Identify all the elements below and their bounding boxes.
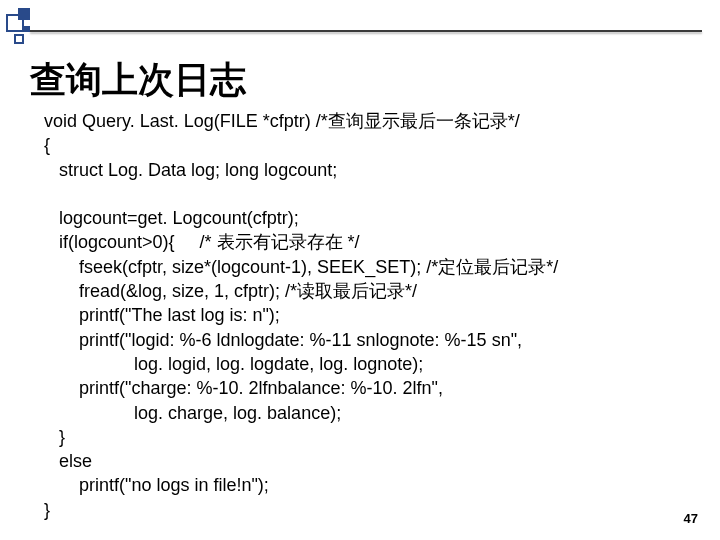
slide-title: 查询上次日志	[30, 56, 696, 105]
code-line: void Query. Last. Log(FILE *cfptr) /*查询显…	[44, 111, 520, 131]
slide-content: 查询上次日志 void Query. Last. Log(FILE *cfptr…	[30, 56, 696, 522]
code-line: fseek(cfptr, size*(logcount-1), SEEK_SET…	[44, 257, 558, 277]
code-line: else	[44, 451, 92, 471]
code-line: log. logid, log. logdate, log. lognote);	[44, 354, 423, 374]
code-block: void Query. Last. Log(FILE *cfptr) /*查询显…	[30, 109, 696, 522]
corner-decoration	[6, 6, 66, 50]
code-line: }	[44, 427, 65, 447]
code-line: logcount=get. Logcount(cfptr);	[44, 208, 299, 228]
code-line: if(logcount>0){ /* 表示有记录存在 */	[44, 232, 360, 252]
code-line: fread(&log, size, 1, cfptr); /*读取最后记录*/	[44, 281, 417, 301]
code-line: printf("charge: %-10. 2lfnbalance: %-10.…	[44, 378, 443, 398]
code-line: struct Log. Data log; long logcount;	[44, 160, 337, 180]
header-divider	[30, 30, 702, 32]
code-line: log. charge, log. balance);	[44, 403, 341, 423]
code-line: printf("The last log is: n");	[44, 305, 280, 325]
page-number: 47	[684, 511, 698, 526]
code-line: printf("logid: %-6 ldnlogdate: %-11 snlo…	[44, 330, 522, 350]
code-line: {	[44, 135, 50, 155]
code-line: }	[44, 500, 50, 520]
code-line: printf("no logs in file!n");	[44, 475, 269, 495]
